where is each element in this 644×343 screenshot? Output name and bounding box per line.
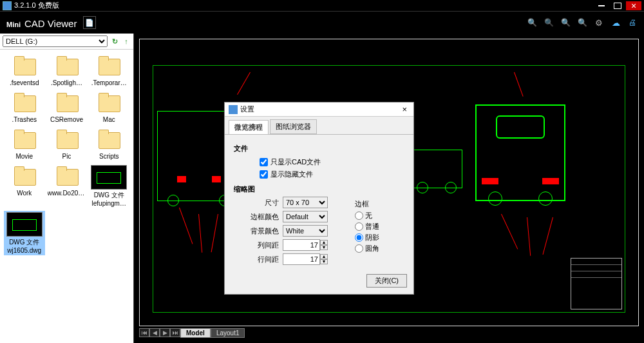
file-sublabel: lefupingm…: [92, 200, 126, 207]
drive-select[interactable]: DELL (G:): [3, 35, 108, 47]
app-icon: [3, 1, 12, 10]
lbl-bg-color: 背景颜色: [234, 226, 279, 236]
file-label: Pic: [62, 153, 71, 160]
tab-layout1[interactable]: Layout1: [211, 328, 245, 338]
col-gap-input[interactable]: [283, 239, 320, 251]
dialog-close-icon[interactable]: ×: [399, 104, 410, 114]
file-grid: .fseventsd.Spotligh….Temporar….TrashesCS…: [0, 50, 133, 343]
open-file-button[interactable]: 📄: [83, 16, 96, 29]
lbl-col-gap: 列间距: [234, 240, 279, 250]
folder-item[interactable]: Scripts: [89, 127, 130, 161]
file-label: Movie: [15, 153, 33, 160]
dwg-thumb-icon: [6, 212, 43, 237]
dialog-title: 设置: [240, 104, 399, 114]
title-block: [571, 258, 622, 309]
folder-item[interactable]: Work: [4, 164, 45, 208]
radio-border-normal[interactable]: 普通: [355, 221, 379, 232]
row-gap-up[interactable]: ▲: [320, 254, 328, 259]
size-select[interactable]: 70 x 70: [283, 197, 328, 208]
titlebar: 3.2.1.0 免费版: [0, 0, 644, 12]
folder-item[interactable]: www.Do201…: [46, 164, 88, 208]
file-label: www.Do201…: [48, 190, 86, 197]
dialog-titlebar[interactable]: 设置 ×: [225, 103, 413, 117]
folder-item[interactable]: .fseventsd: [4, 54, 45, 88]
maximize-button[interactable]: [610, 1, 625, 10]
col-gap-up[interactable]: ▲: [320, 240, 328, 245]
zoom-fit-icon[interactable]: [560, 17, 571, 28]
tab-model[interactable]: Model: [180, 328, 211, 338]
folder-icon: [10, 128, 39, 152]
up-folder-icon[interactable]: [122, 37, 131, 46]
row-gap-input[interactable]: [283, 253, 320, 265]
dialog-tab-browser[interactable]: 微览携程: [229, 120, 269, 135]
folder-item[interactable]: Movie: [4, 127, 45, 161]
file-label: Work: [17, 190, 32, 197]
folder-icon: [95, 92, 123, 115]
folder-item[interactable]: CSRemove: [46, 90, 88, 124]
tab-nav-next[interactable]: ▶: [160, 328, 170, 337]
folder-item[interactable]: .Temporar…: [89, 54, 130, 88]
dialog-tab-viewer[interactable]: 图纸浏览器: [270, 119, 317, 134]
vehicle-rear-view: [475, 104, 565, 201]
dialog-tabs: 微览携程 图纸浏览器: [225, 117, 413, 134]
print-icon[interactable]: [627, 17, 638, 28]
sheet-tabs: ⏮ ◀ ▶ ⏭ Model Layout1: [139, 328, 639, 338]
lbl-size: 尺寸: [234, 198, 279, 208]
file-label: .Spotligh…: [51, 79, 82, 86]
refresh-icon[interactable]: [110, 37, 119, 46]
tab-nav-first[interactable]: ⏮: [139, 328, 149, 337]
logo-main: Mini: [6, 21, 21, 28]
dialog-icon: [229, 105, 238, 114]
section-thumb-label: 缩略图: [234, 184, 404, 194]
radio-border-none[interactable]: 无: [355, 210, 379, 221]
col-gap-down[interactable]: ▼: [320, 245, 328, 250]
logo-sub: CAD Viewer: [24, 18, 77, 29]
folder-item[interactable]: Mac: [89, 90, 130, 124]
radio-border-shadow[interactable]: 阴影: [355, 232, 379, 243]
file-label: DWG 文件: [9, 238, 39, 247]
close-button[interactable]: [626, 1, 641, 10]
folder-icon: [10, 165, 39, 188]
border-group-label: 边框: [355, 199, 379, 209]
file-sublabel: wj1605.dwg: [7, 247, 41, 254]
tab-nav-last[interactable]: ⏭: [170, 328, 180, 337]
radio-border-round[interactable]: 圆角: [355, 243, 379, 254]
chk-show-hidden[interactable]: 显示隐藏文件: [260, 170, 404, 179]
zoom-extents-icon[interactable]: [577, 17, 587, 28]
folder-item[interactable]: .Spotligh…: [46, 54, 88, 88]
dialog-close-button[interactable]: 关闭(C): [366, 274, 407, 288]
drive-row: DELL (G:): [0, 34, 133, 50]
dwg-file-item[interactable]: DWG 文件wj1605.dwg: [4, 211, 45, 255]
settings-icon[interactable]: [594, 17, 604, 28]
chk-only-cad[interactable]: 只显示CAD文件: [260, 157, 404, 167]
header: MiniCAD Viewer 📄: [0, 12, 644, 34]
status-bar: G:\wj1605.dwg: [5, 335, 48, 342]
minimize-button[interactable]: [594, 1, 609, 10]
file-label: DWG 文件: [94, 191, 124, 200]
window-title: 3.2.1.0 免费版: [14, 1, 593, 10]
zoom-out-icon[interactable]: [544, 17, 554, 28]
bg-color-select[interactable]: White: [283, 225, 328, 237]
folder-icon: [95, 128, 123, 152]
lbl-border-color: 边框颜色: [234, 212, 279, 222]
zoom-in-icon[interactable]: [527, 17, 537, 28]
folder-item[interactable]: Pic: [46, 127, 88, 161]
file-label: .fseventsd: [10, 79, 39, 86]
file-label: CSRemove: [50, 116, 83, 123]
border-color-select[interactable]: Default: [283, 211, 328, 222]
folder-item[interactable]: .Trashes: [4, 90, 45, 124]
tab-nav-prev[interactable]: ◀: [149, 328, 160, 337]
border-style-group: 边框 无 普通 阴影 圆角: [355, 199, 379, 254]
vehicle-side-view: [411, 150, 462, 188]
file-label: Mac: [103, 116, 115, 123]
lbl-row-gap: 行间距: [234, 255, 279, 264]
folder-icon: [53, 165, 81, 188]
dwg-file-item[interactable]: DWG 文件lefupingm…: [89, 164, 130, 208]
cloud-icon[interactable]: [611, 17, 621, 28]
file-label: .Trashes: [12, 116, 37, 123]
folder-icon: [10, 55, 39, 78]
dwg-thumb-icon: [91, 165, 127, 190]
folder-icon: [10, 92, 39, 115]
row-gap-down[interactable]: ▼: [320, 259, 328, 264]
settings-dialog: 设置 × 微览携程 图纸浏览器 文件 只显示CAD文件 显示隐藏文件 缩略图 尺…: [224, 102, 414, 295]
